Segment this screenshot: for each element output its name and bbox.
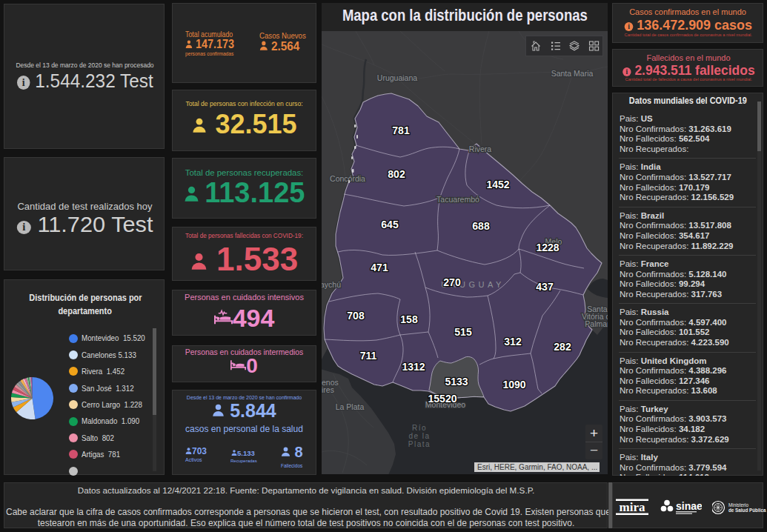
svg-text:Rivera: Rivera [469,144,492,153]
svg-text:711: 711 [360,350,377,362]
svg-text:270: 270 [443,276,461,288]
svg-text:Uruguaiana: Uruguaiana [377,73,417,82]
svg-text:515: 515 [454,326,472,338]
svg-text:sinae: sinae [676,500,702,512]
svg-text:de Salud Pública: de Salud Pública [728,508,766,513]
svg-text:1312: 1312 [402,361,425,373]
svg-text:1228: 1228 [536,242,559,253]
svg-text:781: 781 [392,124,410,136]
svg-text:1090: 1090 [502,379,525,390]
svg-text:802: 802 [388,168,405,180]
svg-text:La Plata: La Plata [336,402,365,411]
svg-text:688: 688 [472,220,490,232]
svg-text:aychú: aychú [322,280,341,289]
svg-text:ires: ires [322,385,334,394]
svg-text:mira: mira [620,500,645,514]
svg-text:1452: 1452 [486,179,509,190]
svg-text:de la: de la [408,432,430,440]
svg-text:5133: 5133 [445,376,468,388]
svg-text:Ministerio: Ministerio [728,502,748,508]
svg-text:Palmar: Palmar [585,319,608,328]
svg-text:Concórdia: Concórdia [330,174,365,183]
svg-text:Río: Río [412,424,427,432]
svg-text:15520: 15520 [428,393,457,405]
svg-text:Tacuarembó: Tacuarembó [436,195,479,204]
svg-text:471: 471 [371,262,388,273]
svg-text:Santa Maria: Santa Maria [551,69,594,78]
svg-text:437: 437 [536,281,554,293]
svg-text:312: 312 [504,336,522,348]
svg-text:645: 645 [381,219,399,230]
svg-text:708: 708 [347,310,365,322]
svg-text:282: 282 [554,341,571,353]
svg-text:158: 158 [400,313,418,325]
svg-text:Plata: Plata [408,440,431,448]
